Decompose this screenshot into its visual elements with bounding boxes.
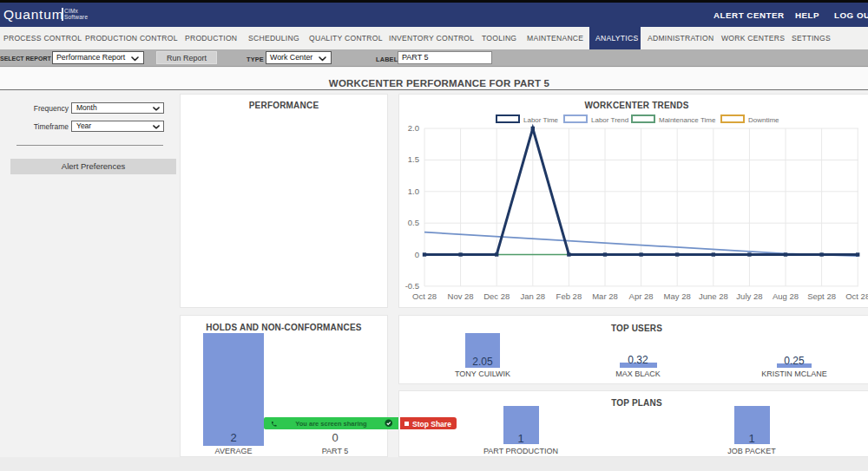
svg-text:Oct 28: Oct 28 [412,291,437,301]
svg-text:1.0: 1.0 [408,186,419,196]
svg-text:Labor Time: Labor Time [523,116,559,124]
svg-text:Jan 28: Jan 28 [521,291,546,301]
svg-text:Downtime: Downtime [748,116,779,124]
svg-text:Oct 28: Oct 28 [845,291,868,301]
svg-text:June 28: June 28 [699,291,728,301]
svg-text:0: 0 [415,250,419,259]
svg-text:Nov 28: Nov 28 [448,291,474,301]
svg-text:Aug 28: Aug 28 [773,291,799,301]
svg-text:Apr 28: Apr 28 [629,291,654,301]
svg-text:Mar 28: Mar 28 [592,291,618,301]
svg-text:July 28: July 28 [736,291,762,301]
svg-text:0.5: 0.5 [408,218,419,227]
svg-text:1.5: 1.5 [408,154,419,164]
svg-text:Maintenance Time: Maintenance Time [659,116,716,124]
svg-text:2.0: 2.0 [408,123,419,133]
svg-text:Sept 28: Sept 28 [807,291,836,301]
svg-text:Labor Trend: Labor Trend [591,116,628,124]
svg-text:Dec 28: Dec 28 [483,291,510,301]
svg-text:May 28: May 28 [664,291,691,301]
svg-text:Feb 28: Feb 28 [556,291,582,301]
svg-text:-0.5: -0.5 [405,281,419,291]
